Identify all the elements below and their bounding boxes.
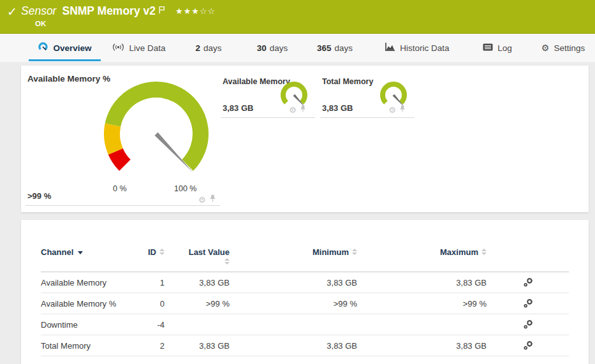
channels-table: Channel ID Last Value Minimum Maximum Av… (41, 240, 569, 356)
divider (320, 117, 415, 118)
tab-label: days (270, 43, 288, 53)
column-header-minimum[interactable]: Minimum (230, 247, 357, 257)
log-icon (483, 43, 493, 53)
tab-number: 2 (195, 43, 200, 53)
tab-label: Settings (554, 43, 585, 53)
column-header-maximum[interactable]: Maximum (357, 247, 487, 257)
cell-maximum: >99 % (357, 299, 487, 309)
tab-30-days[interactable]: 30 days (250, 34, 295, 62)
gauge-max-label: 100 % (174, 184, 196, 193)
mini-gauge-value: 3,83 GB (223, 103, 253, 113)
cell-channel: Available Memory % (41, 299, 133, 309)
cell-id: 0 (133, 299, 165, 309)
gear-icon[interactable]: ⚙ (388, 105, 396, 115)
flag-icon[interactable] (158, 5, 165, 17)
divider (221, 117, 315, 118)
active-tab-indicator (29, 59, 101, 61)
table-row: Available Memory % 0 >99 % >99 % >99 % (41, 293, 569, 314)
column-header-channel[interactable]: Channel (41, 247, 133, 257)
channel-settings-button[interactable] (487, 298, 569, 309)
cell-id: 2 (133, 341, 165, 351)
channel-settings-button[interactable] (487, 277, 569, 288)
cell-maximum: 3,83 GB (357, 278, 487, 288)
pin-icon[interactable] (300, 104, 306, 115)
main-gauge-value: >99 % (27, 191, 51, 201)
stars-filled: ★★★ (175, 6, 200, 16)
table-row: Total Memory 2 3,83 GB 3,83 GB 3,83 GB (41, 335, 569, 356)
cell-maximum: 3,83 GB (357, 341, 487, 351)
sensor-status-badge: OK (35, 20, 46, 27)
sort-icon (352, 249, 357, 256)
gear-icon: ⚙ (541, 43, 550, 53)
divider (26, 205, 220, 206)
cell-channel: Downtime (41, 320, 133, 330)
cell-minimum: >99 % (230, 299, 357, 309)
tab-settings[interactable]: ⚙ Settings (536, 34, 590, 62)
cell-channel: Total Memory (41, 341, 133, 351)
tab-number: 365 (317, 43, 332, 53)
tab-2-days[interactable]: 2 days (189, 34, 228, 62)
tab-label: Log (497, 43, 512, 53)
table-row: Downtime -4 (41, 314, 569, 335)
gear-icon[interactable]: ⚙ (289, 105, 297, 115)
tab-bar: Overview Live Data 2 days 30 days 365 da… (0, 34, 595, 62)
pin-icon[interactable] (209, 194, 216, 205)
live-data-icon (112, 43, 124, 54)
tab-historic-data[interactable]: Historic Data (381, 34, 453, 62)
tab-label: Historic Data (400, 43, 449, 53)
status-ok-check-icon: ✓ (7, 4, 17, 19)
tab-365-days[interactable]: 365 days (311, 34, 359, 62)
header-label: Last Value (189, 247, 230, 257)
channels-table-panel: Channel ID Last Value Minimum Maximum Av… (21, 220, 589, 364)
sort-desc-icon (78, 251, 83, 254)
tab-log[interactable]: Log (477, 34, 518, 62)
mini-gauge-title: Total Memory (322, 77, 373, 86)
mini-gauge-available-memory: Available Memory 3,83 GB ⚙ (221, 72, 315, 117)
tab-number: 30 (257, 43, 267, 53)
cell-minimum: 3,83 GB (230, 341, 357, 351)
cell-last-value: >99 % (165, 299, 230, 309)
tab-live-data[interactable]: Live Data (107, 34, 171, 62)
overview-gauges-panel: Available Memory % 0 % 100 % >99 % ⚙ Ava… (21, 66, 589, 212)
channel-settings-button[interactable] (487, 319, 569, 330)
cell-id: -4 (133, 320, 165, 330)
header-label: Channel (41, 247, 73, 257)
sort-icon (481, 249, 487, 256)
tab-label: days (335, 43, 353, 53)
sort-icon (224, 258, 230, 265)
cell-last-value: 3,83 GB (165, 278, 230, 288)
mini-gauge-tools: ⚙ (289, 104, 306, 115)
column-header-id[interactable]: ID (133, 247, 165, 257)
priority-stars[interactable]: ★★★☆☆ (175, 6, 216, 16)
channel-settings-button[interactable] (487, 340, 569, 351)
gauge-min-label: 0 % (113, 184, 127, 193)
object-kind-label: Sensor (21, 4, 56, 18)
mini-gauge-value: 3,83 GB (322, 103, 353, 113)
area-chart-icon (385, 42, 395, 54)
header-label: Minimum (312, 247, 349, 257)
sensor-title: SNMP Memory v2 (62, 4, 156, 18)
pin-icon[interactable] (399, 104, 406, 115)
gauge-icon (38, 41, 48, 54)
table-header-row: Channel ID Last Value Minimum Maximum (41, 240, 569, 272)
tab-overview[interactable]: Overview (29, 34, 101, 62)
mini-gauge-tools: ⚙ (388, 104, 406, 115)
cell-channel: Available Memory (41, 278, 133, 288)
main-gauge-tools: ⚙ (198, 194, 216, 205)
main-gauge-chart (94, 75, 222, 190)
tab-label: days (203, 43, 222, 53)
stars-empty: ☆☆ (200, 6, 216, 16)
table-row: Available Memory 1 3,83 GB 3,83 GB 3,83 … (41, 272, 569, 293)
mini-gauge-total-memory: Total Memory 3,83 GB ⚙ (320, 72, 415, 117)
header-label: Maximum (440, 247, 478, 257)
column-header-last-value[interactable]: Last Value (165, 247, 230, 266)
sort-icon (159, 249, 165, 256)
tab-label: Live Data (129, 43, 165, 53)
cell-last-value: 3,83 GB (165, 341, 230, 351)
sensor-header: ✓ Sensor SNMP Memory v2 ★★★☆☆ OK (0, 0, 595, 34)
cell-minimum: 3,83 GB (230, 278, 357, 288)
header-label: ID (148, 247, 156, 257)
tab-label: Overview (53, 43, 91, 53)
cell-id: 1 (133, 278, 165, 288)
gear-icon[interactable]: ⚙ (198, 195, 206, 205)
